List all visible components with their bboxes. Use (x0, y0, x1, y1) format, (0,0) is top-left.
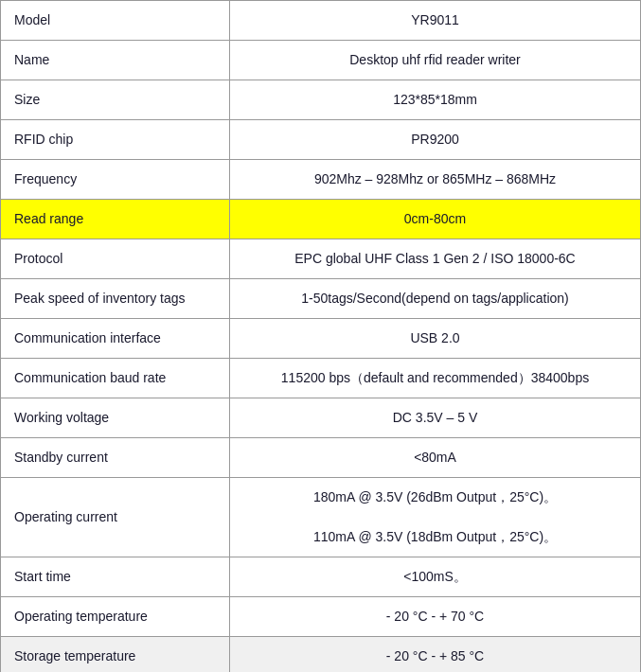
label-standby-current: Standby current (1, 438, 230, 478)
table-row: ProtocolEPC global UHF Class 1 Gen 2 / I… (1, 239, 641, 279)
value-working-voltage: DC 3.5V – 5 V (230, 398, 641, 438)
label-storage-temp: Storage temperature (1, 637, 230, 673)
value-comm-baud: 115200 bps（default and recommended）38400… (230, 359, 641, 398)
value-start-time: <100mS。 (230, 557, 641, 597)
value-name: Desktop uhf rfid reader writer (230, 41, 641, 80)
table-row: Storage temperature- 20 °C - + 85 °C (1, 637, 641, 673)
label-rfid-chip: RFID chip (1, 120, 230, 160)
value-standby-current: <80mA (230, 438, 641, 478)
table-row: Communication baud rate115200 bps（defaul… (1, 359, 641, 398)
table-row: Start time<100mS。 (1, 557, 641, 597)
table-row: Frequency902Mhz – 928Mhz or 865MHz – 868… (1, 160, 641, 200)
table-row: NameDesktop uhf rfid reader writer (1, 41, 641, 80)
value-operating-temp: - 20 °C - + 70 °C (230, 597, 641, 637)
table-row: RFID chipPR9200 (1, 120, 641, 160)
value-storage-temp: - 20 °C - + 85 °C (230, 637, 641, 673)
label-frequency: Frequency (1, 160, 230, 200)
label-operating-temp: Operating temperature (1, 597, 230, 637)
table-row: ModelYR9011 (1, 1, 641, 41)
table-row: Operating current180mA @ 3.5V (26dBm Out… (1, 478, 641, 557)
table-row: Working voltageDC 3.5V – 5 V (1, 398, 641, 438)
value-comm-interface: USB 2.0 (230, 319, 641, 359)
label-protocol: Protocol (1, 239, 230, 279)
label-name: Name (1, 41, 230, 80)
value-peak-speed: 1-50tags/Second(depend on tags/applicati… (230, 279, 641, 319)
value-model: YR9011 (230, 1, 641, 41)
table-row: Size123*85*18mm (1, 80, 641, 120)
label-read-range: Read range (1, 200, 230, 239)
table-row: Peak speed of inventory tags1-50tags/Sec… (1, 279, 641, 319)
table-row: Standby current<80mA (1, 438, 641, 478)
label-operating-current: Operating current (1, 478, 230, 557)
label-peak-speed: Peak speed of inventory tags (1, 279, 230, 319)
table-row: Read range0cm-80cm (1, 200, 641, 239)
table-row: Operating temperature- 20 °C - + 70 °C (1, 597, 641, 637)
label-comm-baud: Communication baud rate (1, 359, 230, 398)
label-comm-interface: Communication interface (1, 319, 230, 359)
spec-table: ModelYR9011NameDesktop uhf rfid reader w… (0, 0, 641, 672)
label-model: Model (1, 1, 230, 41)
value-operating-current: 180mA @ 3.5V (26dBm Output，25°C)。110mA @… (230, 478, 641, 557)
value-size: 123*85*18mm (230, 80, 641, 120)
table-row: Communication interfaceUSB 2.0 (1, 319, 641, 359)
label-working-voltage: Working voltage (1, 398, 230, 438)
value-rfid-chip: PR9200 (230, 120, 641, 160)
value-protocol: EPC global UHF Class 1 Gen 2 / ISO 18000… (230, 239, 641, 279)
label-start-time: Start time (1, 557, 230, 597)
value-frequency: 902Mhz – 928Mhz or 865MHz – 868MHz (230, 160, 641, 200)
label-size: Size (1, 80, 230, 120)
value-read-range: 0cm-80cm (230, 200, 641, 239)
